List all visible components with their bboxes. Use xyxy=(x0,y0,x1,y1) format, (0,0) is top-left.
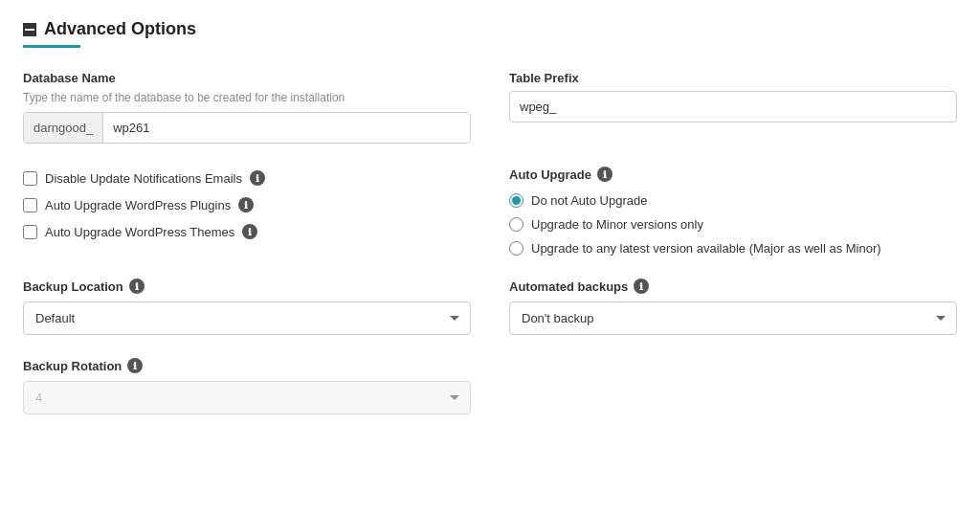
automated-backups-select[interactable]: Don't backup xyxy=(509,301,957,335)
section-underline xyxy=(23,45,80,48)
auto-upgrade-radio-group: Do not Auto Upgrade Upgrade to Minor ver… xyxy=(509,193,957,256)
disable-update-checkbox[interactable] xyxy=(23,171,37,186)
table-prefix-label: Table Prefix xyxy=(509,71,957,85)
minor-only-radio[interactable] xyxy=(509,217,523,232)
minor-only-label: Upgrade to Minor versions only xyxy=(531,217,703,232)
backup-rotation-select[interactable]: 4 xyxy=(23,381,471,414)
backup-location-select[interactable]: Default xyxy=(23,301,471,335)
auto-upgrade-themes-label: Auto Upgrade WordPress Themes xyxy=(45,225,234,239)
any-version-label: Upgrade to any latest version available … xyxy=(531,241,881,256)
auto-upgrade-label: Auto Upgrade xyxy=(509,167,591,182)
auto-upgrade-label-row: Auto Upgrade ℹ xyxy=(509,167,957,182)
auto-upgrade-plugins-info-icon[interactable]: ℹ xyxy=(238,197,254,212)
checkbox-list: Disable Update Notifications Emails ℹ Au… xyxy=(23,167,471,239)
backup-location-label-row: Backup Location ℹ xyxy=(23,279,471,294)
any-version-radio[interactable] xyxy=(509,241,523,256)
backup-location-info-icon[interactable]: ℹ xyxy=(129,279,145,294)
auto-upgrade-themes-info-icon[interactable]: ℹ xyxy=(242,224,257,239)
auto-upgrade-info-icon[interactable]: ℹ xyxy=(597,167,612,182)
table-prefix-input[interactable] xyxy=(509,91,957,123)
checkbox-item-auto-upgrade-themes: Auto Upgrade WordPress Themes ℹ xyxy=(23,224,471,239)
advanced-options-section: Advanced Options Database Name Type the … xyxy=(23,19,957,414)
automated-backups-group: Automated backups ℹ Don't backup xyxy=(509,279,957,335)
no-upgrade-radio[interactable] xyxy=(509,193,523,208)
section-header: Advanced Options xyxy=(23,19,957,39)
auto-upgrade-plugins-checkbox[interactable] xyxy=(23,198,37,212)
checkbox-item-disable-update: Disable Update Notifications Emails ℹ xyxy=(23,170,471,186)
automated-backups-label: Automated backups xyxy=(509,279,628,294)
database-name-hint: Type the name of the database to be crea… xyxy=(23,91,471,104)
backup-location-group: Backup Location ℹ Default xyxy=(23,279,471,335)
backup-rotation-group: Backup Rotation ℹ 4 xyxy=(23,358,471,414)
backup-location-label: Backup Location xyxy=(23,279,123,294)
form-grid: Database Name Type the name of the datab… xyxy=(23,71,957,414)
auto-upgrade-group: Auto Upgrade ℹ Do not Auto Upgrade Upgra… xyxy=(509,167,957,256)
database-prefix: darngood_ xyxy=(24,113,103,143)
checkbox-item-auto-upgrade-plugins: Auto Upgrade WordPress Plugins ℹ xyxy=(23,197,471,212)
auto-upgrade-themes-checkbox[interactable] xyxy=(23,225,37,239)
section-title: Advanced Options xyxy=(44,19,196,39)
radio-item-any-version: Upgrade to any latest version available … xyxy=(509,241,957,256)
table-prefix-group: Table Prefix xyxy=(509,71,957,144)
disable-update-label: Disable Update Notifications Emails xyxy=(45,171,242,186)
auto-upgrade-plugins-label: Auto Upgrade WordPress Plugins xyxy=(45,198,231,212)
disable-update-info-icon[interactable]: ℹ xyxy=(250,170,265,186)
collapse-icon[interactable] xyxy=(23,23,36,36)
database-name-input[interactable] xyxy=(103,113,470,143)
automated-backups-info-icon[interactable]: ℹ xyxy=(634,279,649,294)
automated-backups-label-row: Automated backups ℹ xyxy=(509,279,957,294)
no-upgrade-label: Do not Auto Upgrade xyxy=(531,193,647,208)
backup-rotation-label-row: Backup Rotation ℹ xyxy=(23,358,471,373)
database-name-input-wrapper: darngood_ xyxy=(23,112,471,144)
database-name-label: Database Name xyxy=(23,71,471,85)
radio-item-minor-only: Upgrade to Minor versions only xyxy=(509,217,957,232)
database-name-group: Database Name Type the name of the datab… xyxy=(23,71,471,144)
radio-item-no-upgrade: Do not Auto Upgrade xyxy=(509,193,957,208)
backup-rotation-label: Backup Rotation xyxy=(23,359,122,373)
checkboxes-group: Disable Update Notifications Emails ℹ Au… xyxy=(23,167,471,256)
backup-rotation-info-icon[interactable]: ℹ xyxy=(127,358,143,373)
